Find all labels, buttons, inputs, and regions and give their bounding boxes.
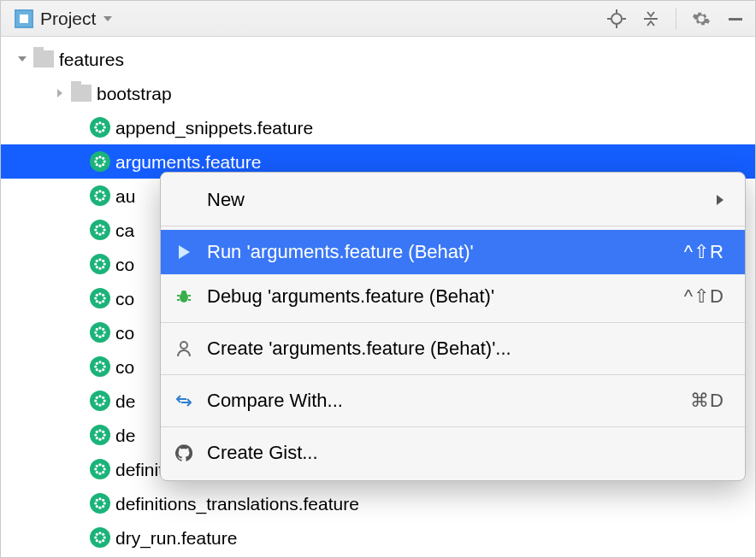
svg-point-31	[98, 224, 101, 226]
svg-point-17	[94, 160, 97, 162]
svg-point-62	[102, 334, 104, 337]
gherkin-icon	[88, 493, 112, 514]
svg-point-8	[98, 131, 101, 133]
collapse-all-icon[interactable]	[638, 6, 664, 32]
svg-point-32	[98, 233, 101, 236]
svg-point-29	[96, 197, 98, 200]
chevron-right-icon[interactable]	[50, 88, 69, 98]
svg-point-67	[96, 362, 98, 365]
toolbar: Project	[1, 1, 755, 37]
menu-shortcut: ^⇧D	[684, 285, 724, 308]
svg-point-78	[102, 402, 104, 405]
svg-point-42	[103, 262, 106, 265]
chevron-right-icon	[716, 189, 724, 211]
svg-point-63	[98, 361, 101, 363]
gherkin-icon	[88, 425, 112, 445]
context-menu-create-runconfig[interactable]: Create 'arguments.feature (Behat)'...	[161, 326, 745, 371]
svg-point-82	[103, 433, 106, 436]
svg-point-23	[98, 190, 101, 192]
svg-point-72	[98, 404, 101, 407]
tree-file[interactable]: definitions_translations.feature	[1, 486, 755, 520]
svg-point-36	[102, 226, 104, 228]
toolbar-separator	[676, 8, 676, 30]
svg-point-83	[96, 431, 98, 433]
svg-point-90	[103, 467, 106, 470]
file-label: arguments.feature	[112, 153, 261, 171]
gherkin-icon	[88, 254, 112, 274]
svg-point-18	[103, 160, 106, 162]
svg-point-9	[94, 126, 97, 128]
svg-point-97	[94, 502, 97, 504]
gherkin-icon	[88, 356, 112, 377]
tree-file[interactable]: dry_run.feature	[1, 520, 755, 555]
menu-item-label: New	[207, 189, 704, 211]
file-label: co	[112, 358, 134, 376]
svg-point-64	[98, 370, 101, 373]
svg-point-107	[96, 533, 98, 536]
svg-point-73	[94, 399, 97, 402]
svg-point-0	[611, 14, 622, 24]
gherkin-icon	[88, 527, 112, 548]
tree-file[interactable]: append_snippets.feature	[1, 110, 755, 144]
svg-point-74	[103, 399, 106, 402]
svg-point-11	[96, 123, 98, 126]
file-label: au	[112, 187, 135, 205]
svg-point-43	[96, 260, 98, 262]
project-selector[interactable]: Project	[9, 7, 118, 31]
menu-shortcut: ^⇧R	[684, 241, 724, 263]
svg-point-65	[94, 365, 97, 367]
svg-point-71	[98, 395, 101, 397]
svg-point-68	[102, 362, 104, 365]
gherkin-icon	[88, 322, 112, 343]
svg-point-66	[103, 365, 106, 367]
context-menu-debug[interactable]: Debug 'arguments.feature (Behat)' ^⇧D	[161, 274, 745, 319]
menu-item-label: Create Gist...	[207, 442, 724, 464]
svg-point-91	[96, 465, 98, 467]
gherkin-icon	[88, 220, 112, 240]
folder-label: features	[56, 50, 124, 68]
svg-point-13	[96, 129, 98, 132]
context-menu-run[interactable]: Run 'arguments.feature (Behat)' ^⇧R	[161, 230, 745, 274]
svg-point-94	[102, 471, 104, 473]
github-icon	[173, 444, 195, 461]
menu-item-label: Run 'arguments.feature (Behat)'	[207, 241, 672, 263]
svg-point-41	[94, 262, 97, 265]
svg-point-51	[96, 294, 98, 297]
svg-point-106	[103, 536, 106, 538]
svg-point-60	[102, 328, 104, 331]
context-menu-create-gist[interactable]: Create Gist...	[161, 431, 745, 475]
tree-folder-bootstrap[interactable]: bootstrap	[1, 76, 755, 110]
svg-point-10	[103, 126, 106, 128]
svg-point-117	[180, 342, 187, 349]
target-icon[interactable]	[604, 6, 629, 32]
svg-point-101	[96, 505, 98, 508]
play-icon	[173, 244, 195, 260]
chevron-down-icon[interactable]	[13, 54, 32, 64]
context-menu-new[interactable]: New	[161, 178, 745, 222]
svg-point-77	[96, 402, 98, 405]
svg-point-15	[98, 156, 101, 158]
svg-point-84	[102, 431, 104, 433]
svg-point-85	[96, 437, 98, 439]
gear-icon[interactable]	[688, 6, 714, 32]
menu-item-label: Create 'arguments.feature (Behat)'...	[207, 338, 724, 360]
svg-point-98	[103, 502, 106, 504]
menu-separator	[161, 322, 745, 323]
person-icon	[173, 340, 195, 357]
tree-folder-features[interactable]: features	[1, 42, 755, 76]
svg-point-105	[94, 536, 97, 538]
svg-point-35	[96, 226, 98, 228]
svg-point-30	[102, 197, 104, 200]
svg-point-92	[102, 465, 104, 467]
file-label: co	[112, 324, 134, 342]
svg-point-61	[96, 334, 98, 337]
context-menu-compare[interactable]: Compare With... ⌘D	[161, 379, 745, 423]
chevron-down-icon	[103, 15, 113, 23]
svg-point-99	[96, 499, 98, 502]
svg-point-54	[102, 300, 104, 302]
menu-item-label: Debug 'arguments.feature (Behat)'	[207, 285, 672, 308]
svg-point-100	[102, 499, 104, 502]
minimize-icon[interactable]	[723, 6, 748, 32]
svg-rect-112	[181, 291, 186, 295]
svg-point-52	[102, 294, 104, 297]
